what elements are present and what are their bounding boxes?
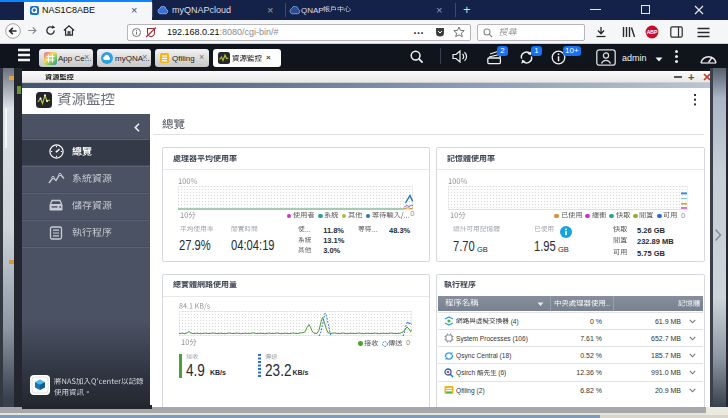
- svg-text:ABP: ABP: [647, 29, 658, 35]
